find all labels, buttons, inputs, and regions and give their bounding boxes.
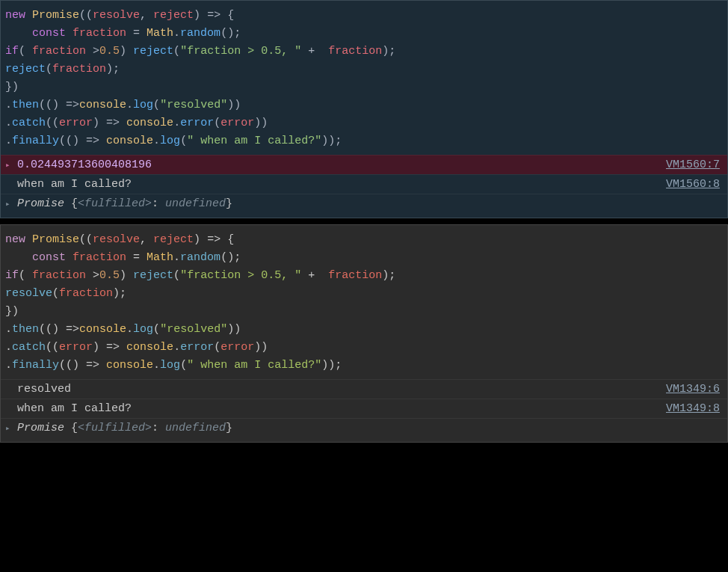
result-value: undefined (165, 422, 226, 434)
console-error-message: 0.024493713600408196 (17, 159, 152, 171)
console-result-row[interactable]: ▸ Promise {<fulfilled>: undefined} (1, 418, 727, 437)
console-error-row[interactable]: ▸ 0.024493713600408196 VM1560:7 (1, 155, 727, 174)
expand-icon[interactable]: ▸ (5, 423, 14, 433)
console-log-row[interactable]: resolved VM1349:6 (1, 379, 727, 399)
keyword: new (5, 9, 25, 22)
code-input-2[interactable]: new Promise((resolve, reject) => { const… (1, 230, 727, 379)
source-link[interactable]: VM1560:7 (666, 159, 720, 171)
result-state: <fulfilled> (78, 197, 152, 210)
console-log-message: when am I called? (17, 402, 132, 415)
class-name: Promise (32, 9, 79, 22)
expand-icon[interactable]: ▸ (5, 160, 14, 170)
result-state: <fulfilled> (78, 422, 152, 434)
result-value: undefined (165, 197, 226, 210)
console-log-row[interactable]: when am I called? VM1349:8 (1, 399, 727, 418)
result-class: Promise (17, 197, 64, 210)
console-log-row[interactable]: when am I called? VM1560:8 (1, 174, 727, 194)
source-link[interactable]: VM1349:8 (666, 402, 720, 415)
source-link[interactable]: VM1560:8 (666, 178, 720, 191)
console-panel-1: new Promise((resolve, reject) => { const… (0, 0, 728, 218)
expand-icon[interactable]: ▸ (5, 199, 14, 209)
code-input-1[interactable]: new Promise((resolve, reject) => { const… (1, 5, 727, 155)
console-log-message: resolved (17, 383, 71, 396)
console-result-row[interactable]: ▸ Promise {<fulfilled>: undefined} (1, 194, 727, 213)
result-class: Promise (17, 422, 64, 434)
console-panel-2: new Promise((resolve, reject) => { const… (0, 224, 728, 443)
source-link[interactable]: VM1349:6 (666, 383, 720, 396)
console-log-message: when am I called? (17, 178, 132, 191)
